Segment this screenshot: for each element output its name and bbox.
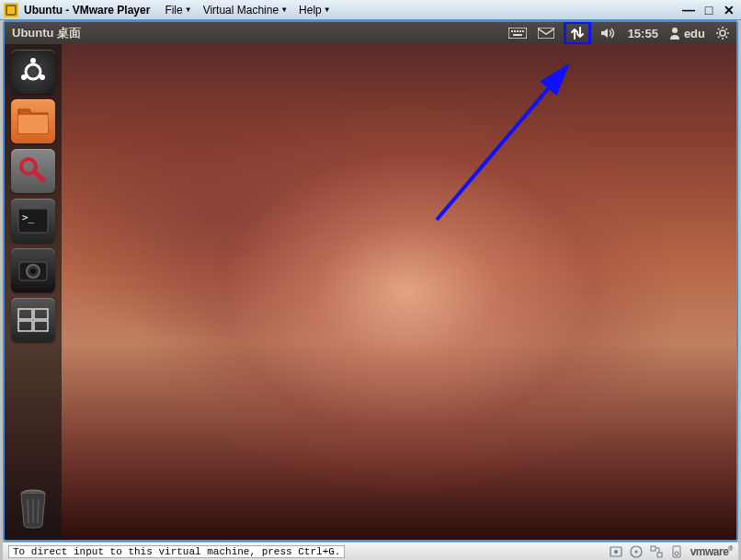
status-hint: To direct input to this virtual machine,… [8,545,345,558]
svg-line-15 [726,37,728,39]
keyboard-icon [508,28,527,39]
svg-point-18 [26,64,40,79]
launcher-terminal[interactable]: >_ [11,199,55,243]
svg-point-20 [40,74,45,80]
svg-rect-2 [514,30,516,32]
user-indicator[interactable]: edu [669,27,705,40]
svg-line-16 [718,37,720,39]
svg-rect-44 [657,553,662,557]
launcher-files[interactable] [11,99,55,143]
active-window-title: Ubuntu 桌面 [12,25,81,41]
vmware-statusbar: To direct input to this virtual machine,… [3,542,738,560]
svg-point-8 [672,28,678,33]
ubuntu-logo-icon [17,56,49,87]
chevron-down-icon: ▼ [324,6,331,14]
keyboard-indicator[interactable] [508,28,527,39]
status-sound-icon[interactable] [670,545,683,558]
minimize-button[interactable]: — [680,3,697,17]
svg-point-29 [30,269,36,274]
svg-point-40 [614,550,618,554]
mail-icon [538,28,554,39]
workspace-icon [17,308,49,332]
launcher-workspace-switcher[interactable] [11,298,55,342]
svg-rect-1 [511,30,513,32]
messaging-indicator[interactable] [538,28,554,39]
status-cd-icon[interactable] [630,545,643,558]
svg-rect-3 [517,30,519,32]
svg-line-17 [726,29,728,30]
camera-icon [17,257,50,284]
svg-rect-4 [519,30,521,32]
window-controls: — □ ✕ [680,3,737,17]
trash-icon [16,488,51,529]
volume-icon [600,27,617,40]
svg-point-46 [675,552,678,555]
svg-line-14 [718,29,720,30]
vmware-titlebar: Ubuntu - VMware Player File▼ Virtual Mac… [0,0,741,20]
launcher-dash[interactable] [11,50,55,94]
desktop-wallpaper[interactable] [5,44,736,540]
folder-icon [17,108,50,135]
person-icon [669,27,680,40]
launcher-trash[interactable] [11,486,55,531]
svg-rect-0 [508,28,527,39]
status-network-icon[interactable] [650,545,663,558]
svg-rect-6 [513,34,522,36]
menu-virtual-machine[interactable]: Virtual Machine▼ [200,4,291,17]
status-disk-icon[interactable] [610,545,622,558]
ubuntu-top-panel: Ubuntu 桌面 15:55 edu [5,22,736,44]
svg-rect-22 [18,115,48,133]
svg-rect-43 [651,546,656,551]
svg-point-9 [720,30,725,36]
clock-indicator[interactable]: 15:55 [628,27,658,40]
svg-rect-32 [18,321,32,331]
svg-rect-33 [34,321,48,331]
svg-point-42 [634,550,637,553]
chevron-down-icon: ▼ [185,6,192,14]
svg-rect-30 [18,309,32,319]
menu-file[interactable]: File▼ [161,4,195,17]
launcher-camera[interactable] [11,248,55,292]
network-indicator[interactable] [564,21,591,45]
svg-rect-24 [32,169,46,183]
vmware-brand: vmware [690,545,733,558]
gear-icon [716,27,729,40]
vmware-window-title: Ubuntu - VMware Player [24,4,150,17]
close-button[interactable]: ✕ [721,3,737,17]
vmware-app-icon [4,3,18,17]
menu-help[interactable]: Help▼ [295,4,335,17]
username-label: edu [684,27,705,40]
maximize-button[interactable]: □ [701,3,717,17]
vmware-menubar: File▼ Virtual Machine▼ Help▼ [161,4,334,17]
gear-wrench-icon [17,154,50,188]
svg-point-19 [30,58,36,63]
svg-rect-31 [34,309,48,319]
sound-indicator[interactable] [600,27,617,40]
chevron-down-icon: ▼ [280,6,288,14]
vm-display[interactable]: Ubuntu 桌面 15:55 edu [3,20,738,542]
launcher-settings[interactable] [11,149,55,193]
network-updown-icon [570,26,585,40]
svg-rect-7 [538,28,554,39]
svg-point-21 [21,74,27,80]
terminal-icon: >_ [17,207,50,234]
svg-text:>_: >_ [22,211,35,223]
unity-launcher: >_ [5,44,62,540]
session-indicator[interactable] [716,27,729,40]
svg-rect-5 [522,30,524,32]
